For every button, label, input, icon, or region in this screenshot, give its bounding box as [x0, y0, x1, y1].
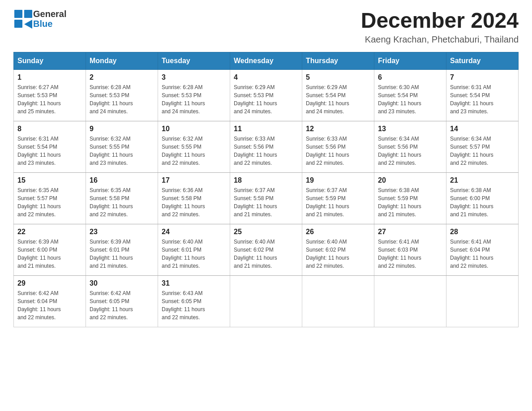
day-number: 3 [162, 73, 226, 81]
day-info: Sunrise: 6:32 AM Sunset: 5:55 PM Dayligh… [162, 135, 226, 167]
calendar-cell: 8 Sunrise: 6:31 AM Sunset: 5:54 PM Dayli… [14, 121, 86, 172]
logo-wordmark: General Blue [33, 9, 66, 29]
day-info: Sunrise: 6:38 AM Sunset: 5:59 PM Dayligh… [378, 186, 442, 218]
day-info: Sunrise: 6:38 AM Sunset: 6:00 PM Dayligh… [450, 186, 515, 218]
calendar-cell: 27 Sunrise: 6:41 AM Sunset: 6:03 PM Dayl… [374, 224, 446, 275]
day-info: Sunrise: 6:39 AM Sunset: 6:00 PM Dayligh… [17, 238, 82, 270]
day-number: 12 [306, 125, 370, 133]
calendar-cell: 1 Sunrise: 6:27 AM Sunset: 5:53 PM Dayli… [14, 69, 86, 121]
day-info: Sunrise: 6:34 AM Sunset: 5:57 PM Dayligh… [450, 135, 515, 167]
day-info: Sunrise: 6:39 AM Sunset: 6:01 PM Dayligh… [90, 238, 154, 270]
calendar-cell: 17 Sunrise: 6:36 AM Sunset: 5:58 PM Dayl… [158, 172, 230, 224]
header-thursday: Thursday [302, 52, 374, 69]
day-info: Sunrise: 6:30 AM Sunset: 5:54 PM Dayligh… [378, 83, 442, 116]
calendar-cell [446, 275, 519, 327]
day-number: 15 [17, 176, 82, 184]
day-number: 29 [17, 279, 82, 287]
calendar-week-row: 8 Sunrise: 6:31 AM Sunset: 5:54 PM Dayli… [14, 121, 519, 172]
calendar-cell: 31 Sunrise: 6:43 AM Sunset: 6:05 PM Dayl… [158, 275, 230, 327]
day-info: Sunrise: 6:40 AM Sunset: 6:01 PM Dayligh… [162, 238, 226, 270]
day-number: 24 [162, 228, 226, 236]
calendar-week-row: 15 Sunrise: 6:35 AM Sunset: 5:57 PM Dayl… [14, 172, 519, 224]
day-number: 28 [450, 228, 515, 236]
day-info: Sunrise: 6:37 AM Sunset: 5:59 PM Dayligh… [306, 186, 370, 218]
calendar-cell [230, 275, 302, 327]
day-number: 13 [378, 125, 442, 133]
day-info: Sunrise: 6:28 AM Sunset: 5:53 PM Dayligh… [90, 83, 154, 116]
day-number: 30 [90, 279, 154, 287]
day-info: Sunrise: 6:36 AM Sunset: 5:58 PM Dayligh… [162, 186, 226, 218]
day-number: 7 [450, 73, 515, 81]
day-number: 4 [234, 73, 298, 81]
calendar-cell: 29 Sunrise: 6:42 AM Sunset: 6:04 PM Dayl… [14, 275, 86, 327]
header-tuesday: Tuesday [158, 52, 230, 69]
calendar-cell: 26 Sunrise: 6:40 AM Sunset: 6:02 PM Dayl… [302, 224, 374, 275]
header-friday: Friday [374, 52, 446, 69]
day-info: Sunrise: 6:42 AM Sunset: 6:05 PM Dayligh… [90, 289, 154, 321]
calendar-table: SundayMondayTuesdayWednesdayThursdayFrid… [13, 52, 519, 327]
calendar-cell [302, 275, 374, 327]
day-number: 8 [17, 125, 82, 133]
calendar-cell: 13 Sunrise: 6:34 AM Sunset: 5:56 PM Dayl… [374, 121, 446, 172]
calendar-cell: 22 Sunrise: 6:39 AM Sunset: 6:00 PM Dayl… [14, 224, 86, 275]
header-wednesday: Wednesday [230, 52, 302, 69]
day-info: Sunrise: 6:29 AM Sunset: 5:54 PM Dayligh… [306, 83, 370, 116]
calendar-cell: 15 Sunrise: 6:35 AM Sunset: 5:57 PM Dayl… [14, 172, 86, 224]
day-info: Sunrise: 6:28 AM Sunset: 5:53 PM Dayligh… [162, 83, 226, 116]
logo-icon [13, 9, 33, 29]
day-number: 22 [17, 228, 82, 236]
day-info: Sunrise: 6:43 AM Sunset: 6:05 PM Dayligh… [162, 289, 226, 321]
location-subtitle: Kaeng Krachan, Phetchaburi, Thailand [361, 34, 519, 45]
day-info: Sunrise: 6:27 AM Sunset: 5:53 PM Dayligh… [17, 83, 82, 116]
header-monday: Monday [86, 52, 158, 69]
svg-rect-0 [14, 10, 22, 18]
day-number: 1 [17, 73, 82, 81]
calendar-cell: 18 Sunrise: 6:37 AM Sunset: 5:58 PM Dayl… [230, 172, 302, 224]
header-saturday: Saturday [446, 52, 519, 69]
calendar-week-row: 1 Sunrise: 6:27 AM Sunset: 5:53 PM Dayli… [14, 69, 519, 121]
day-number: 10 [162, 125, 226, 133]
calendar-cell: 6 Sunrise: 6:30 AM Sunset: 5:54 PM Dayli… [374, 69, 446, 121]
calendar-cell: 4 Sunrise: 6:29 AM Sunset: 5:53 PM Dayli… [230, 69, 302, 121]
svg-rect-2 [14, 20, 22, 28]
day-info: Sunrise: 6:33 AM Sunset: 5:56 PM Dayligh… [306, 135, 370, 167]
calendar-cell: 14 Sunrise: 6:34 AM Sunset: 5:57 PM Dayl… [446, 121, 519, 172]
calendar-cell: 25 Sunrise: 6:40 AM Sunset: 6:02 PM Dayl… [230, 224, 302, 275]
title-section: December 2024 Kaeng Krachan, Phetchaburi… [361, 9, 519, 45]
logo-blue-text: Blue [33, 19, 66, 29]
day-number: 20 [378, 176, 442, 184]
day-number: 5 [306, 73, 370, 81]
day-info: Sunrise: 6:41 AM Sunset: 6:04 PM Dayligh… [450, 238, 515, 270]
svg-marker-3 [24, 20, 32, 29]
calendar-cell: 9 Sunrise: 6:32 AM Sunset: 5:55 PM Dayli… [86, 121, 158, 172]
day-number: 18 [234, 176, 298, 184]
day-number: 23 [90, 228, 154, 236]
day-info: Sunrise: 6:31 AM Sunset: 5:54 PM Dayligh… [17, 135, 82, 167]
day-number: 25 [234, 228, 298, 236]
day-number: 14 [450, 125, 515, 133]
calendar-cell: 28 Sunrise: 6:41 AM Sunset: 6:04 PM Dayl… [446, 224, 519, 275]
calendar-cell: 23 Sunrise: 6:39 AM Sunset: 6:01 PM Dayl… [86, 224, 158, 275]
day-info: Sunrise: 6:40 AM Sunset: 6:02 PM Dayligh… [234, 238, 298, 270]
day-info: Sunrise: 6:42 AM Sunset: 6:04 PM Dayligh… [17, 289, 82, 321]
month-title: December 2024 [361, 9, 519, 33]
calendar-header-row: SundayMondayTuesdayWednesdayThursdayFrid… [14, 52, 519, 69]
calendar-cell: 24 Sunrise: 6:40 AM Sunset: 6:01 PM Dayl… [158, 224, 230, 275]
day-number: 2 [90, 73, 154, 81]
day-number: 19 [306, 176, 370, 184]
calendar-cell: 16 Sunrise: 6:35 AM Sunset: 5:58 PM Dayl… [86, 172, 158, 224]
day-number: 9 [90, 125, 154, 133]
calendar-cell: 5 Sunrise: 6:29 AM Sunset: 5:54 PM Dayli… [302, 69, 374, 121]
calendar-cell: 12 Sunrise: 6:33 AM Sunset: 5:56 PM Dayl… [302, 121, 374, 172]
day-info: Sunrise: 6:35 AM Sunset: 5:58 PM Dayligh… [90, 186, 154, 218]
day-info: Sunrise: 6:40 AM Sunset: 6:02 PM Dayligh… [306, 238, 370, 270]
calendar-cell: 11 Sunrise: 6:33 AM Sunset: 5:56 PM Dayl… [230, 121, 302, 172]
logo: General Blue [13, 9, 66, 29]
day-info: Sunrise: 6:31 AM Sunset: 5:54 PM Dayligh… [450, 83, 515, 116]
day-info: Sunrise: 6:29 AM Sunset: 5:53 PM Dayligh… [234, 83, 298, 116]
calendar-cell: 21 Sunrise: 6:38 AM Sunset: 6:00 PM Dayl… [446, 172, 519, 224]
header-sunday: Sunday [14, 52, 86, 69]
logo-general-text: General [33, 9, 66, 19]
day-info: Sunrise: 6:41 AM Sunset: 6:03 PM Dayligh… [378, 238, 442, 270]
svg-rect-1 [24, 10, 32, 18]
